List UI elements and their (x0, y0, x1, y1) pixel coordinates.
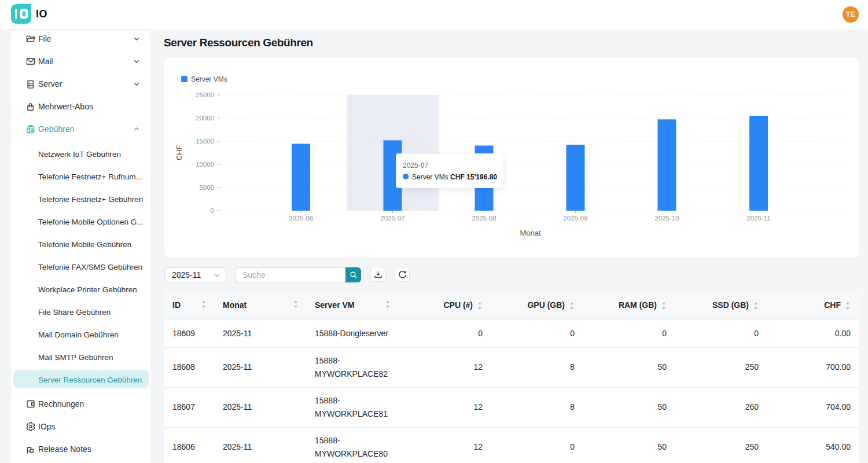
svg-text:25000: 25000 (196, 91, 214, 98)
svg-text:2025-06: 2025-06 (289, 215, 313, 222)
svg-text:5000: 5000 (199, 184, 214, 191)
svg-text:10000: 10000 (196, 161, 214, 168)
svg-text:2025-09: 2025-09 (563, 215, 587, 222)
svg-text:15000: 15000 (196, 138, 214, 145)
svg-text:2025-07: 2025-07 (380, 215, 404, 222)
svg-text:CHF: CHF (175, 145, 183, 161)
svg-text:Server VMs: Server VMs (191, 75, 227, 83)
svg-text:Monat: Monat (520, 229, 541, 237)
svg-text:0: 0 (211, 207, 214, 214)
svg-text:20000: 20000 (196, 115, 214, 122)
svg-text:2025-11: 2025-11 (746, 215, 770, 222)
svg-text:2025-10: 2025-10 (654, 215, 679, 222)
svg-text:2025-08: 2025-08 (472, 215, 496, 222)
